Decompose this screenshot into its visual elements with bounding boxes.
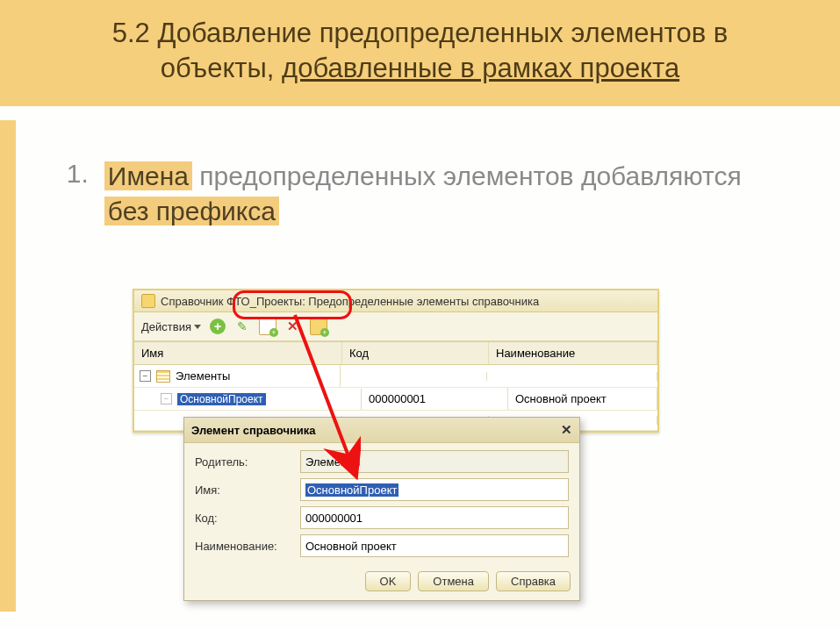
- name-field[interactable]: ОсновнойПроект: [300, 478, 569, 501]
- collapse-icon[interactable]: −: [140, 370, 151, 382]
- row-name-selected: ОсновнойПроект: [177, 393, 266, 405]
- toolbar: Действия + ✎ ✕: [134, 312, 657, 341]
- title-line2-underlined: добавленные в рамках проекта: [282, 53, 679, 83]
- body-list: 1. Имена предопределенных элементов доба…: [48, 159, 787, 230]
- list-text-mid: предопределенных элементов добавляются: [192, 161, 742, 190]
- catalog-window: Справочник ФТО_Проекты: Предопределенные…: [133, 289, 659, 433]
- add-icon[interactable]: +: [210, 319, 226, 334]
- row-code: 000000001: [362, 388, 508, 410]
- label-parent: Родитель:: [195, 455, 300, 469]
- delete-icon[interactable]: ✕: [285, 319, 301, 334]
- actions-dropdown[interactable]: Действия: [141, 320, 201, 333]
- dialog-titlebar: Элемент справочника ✕: [184, 418, 579, 443]
- dialog-title-text: Элемент справочника: [191, 424, 316, 437]
- list-text: Имена предопределенных элементов добавля…: [104, 159, 787, 230]
- add-group-icon[interactable]: [310, 318, 327, 335]
- add-item-icon[interactable]: [259, 318, 276, 335]
- parent-field[interactable]: Элементы: [300, 450, 569, 473]
- catalog-icon: [141, 294, 155, 308]
- cancel-button[interactable]: Отмена: [418, 571, 489, 591]
- element-dialog: Элемент справочника ✕ Родитель: Элементы…: [183, 417, 580, 601]
- list-number: 1.: [48, 159, 89, 230]
- code-field[interactable]: 000000001: [300, 506, 569, 529]
- window-titlebar: Справочник ФТО_Проекты: Предопределенные…: [134, 290, 657, 312]
- actions-label: Действия: [141, 320, 191, 333]
- table-header: Имя Код Наименование: [134, 341, 657, 365]
- title-part-a: Справочник: [161, 295, 226, 308]
- ok-button[interactable]: OK: [365, 571, 412, 591]
- left-accent-strip: [0, 120, 16, 612]
- annotation-oval: [233, 290, 352, 319]
- slide-header: 5.2 Добавление предопределенных элементо…: [0, 0, 840, 111]
- folder-icon: [156, 370, 170, 383]
- leaf-icon: −: [161, 393, 172, 404]
- col-name: Имя: [134, 342, 342, 364]
- list-item-1: 1. Имена предопределенных элементов доба…: [48, 159, 787, 230]
- label-title: Наименование:: [195, 540, 300, 553]
- close-icon[interactable]: ✕: [561, 422, 572, 438]
- highlight-names: Имена: [104, 161, 192, 190]
- title-field[interactable]: Основной проект: [300, 534, 569, 557]
- title-line1: 5.2 Добавление предопределенных элементо…: [112, 18, 729, 48]
- col-code: Код: [342, 342, 489, 364]
- chevron-down-icon: [194, 325, 201, 329]
- label-name: Имя:: [195, 483, 300, 497]
- dialog-buttons: OK Отмена Справка: [184, 566, 579, 600]
- col-title: Наименование: [489, 342, 657, 364]
- row-elements-label: Элементы: [176, 369, 230, 383]
- help-button[interactable]: Справка: [496, 571, 571, 591]
- row-title: Основной проект: [508, 388, 657, 410]
- slide-title: 5.2 Добавление предопределенных элементо…: [26, 16, 814, 87]
- highlight-no-prefix: без префикса: [104, 197, 279, 226]
- table-row[interactable]: − Элементы: [134, 365, 657, 388]
- label-code: Код:: [195, 512, 300, 525]
- edit-icon[interactable]: ✎: [234, 319, 250, 334]
- title-line2a: объекты,: [161, 53, 282, 83]
- table-row[interactable]: − ОсновнойПроект 000000001 Основной прое…: [134, 388, 657, 411]
- dialog-body: Родитель: Элементы Имя: ОсновнойПроект К…: [184, 443, 579, 566]
